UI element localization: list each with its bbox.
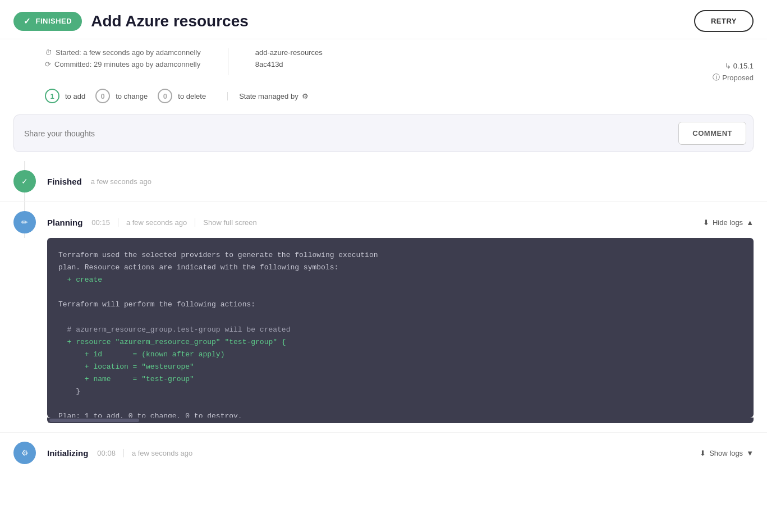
initializing-ago: a few seconds ago (132, 449, 192, 457)
comment-button[interactable]: COMMENT (678, 122, 746, 145)
header-left: ✓ FINISHED Add Azure resources (13, 12, 249, 31)
pencil-icon: ✏ (21, 218, 28, 227)
initializing-icon-wrap: ⚙ (13, 442, 36, 464)
retry-button[interactable]: RETRY (694, 10, 754, 32)
version-value: 0.15.1 (733, 62, 754, 70)
log-panel[interactable]: Terraform used the selected providers to… (47, 238, 754, 418)
show-logs-button[interactable]: ⬇ Show logs ▼ (700, 449, 754, 457)
version-arrow-icon: ↳ (725, 62, 731, 70)
planning-icon-wrap: ✏ (13, 211, 36, 233)
log-line (58, 286, 742, 299)
add-count-badge: 1 (45, 89, 59, 103)
initializing-label: Initializing (47, 448, 88, 458)
comment-section: COMMENT (13, 114, 754, 152)
timeline: ✓ Finished a few seconds ago ✏ Planning … (0, 161, 767, 473)
change-label: to change (116, 92, 148, 100)
hide-logs-button[interactable]: ⬇ Hide logs ▲ (703, 218, 754, 227)
meta-left: ⏱ Started: a few seconds ago by adamconn… (45, 48, 201, 68)
log-line (58, 398, 742, 410)
meta-commit: 8ac413d (255, 60, 323, 68)
log-line: } (58, 386, 742, 398)
resource-counts: 1 to add 0 to change 0 to delete State m… (0, 84, 767, 110)
version-number: ↳ 0.15.1 (725, 62, 754, 70)
add-label: to add (65, 92, 85, 100)
meta-committed: Committed: 29 minutes ago by adamconnell… (54, 60, 200, 68)
planning-step-row: ✏ Planning 00:15 a few seconds ago Show … (0, 202, 767, 238)
delete-count-badge: 0 (158, 89, 172, 103)
state-icon: ⚙ (302, 92, 309, 100)
meta-divider (228, 48, 228, 75)
chevron-up-icon: ▲ (746, 218, 754, 227)
finished-badge-label: FINISHED (36, 17, 72, 25)
log-hscroll[interactable] (47, 418, 754, 423)
clock-icon: ⏱ (45, 48, 52, 57)
planning-ago: a few seconds ago (126, 218, 187, 227)
log-line: + create (58, 274, 742, 286)
log-line: plan. Resource actions are indicated wit… (58, 262, 742, 274)
delete-label: to delete (178, 92, 206, 100)
meta-started-row: ⏱ Started: a few seconds ago by adamconn… (45, 48, 201, 57)
finished-badge: ✓ FINISHED (13, 12, 82, 31)
log-line: + resource "azurerm_resource_group" "tes… (58, 336, 742, 348)
log-line: + id = (known after apply) (58, 348, 742, 361)
proposed-label: Proposed (722, 74, 754, 82)
log-line (58, 311, 742, 323)
log-line: # azurerm_resource_group.test-group will… (58, 324, 742, 336)
meta-started: Started: a few seconds ago by adamconnel… (56, 48, 201, 57)
log-line: Plan: 1 to add, 0 to change, 0 to destro… (58, 410, 742, 418)
finished-check-icon: ✓ (21, 177, 28, 186)
finished-label: Finished (47, 177, 82, 186)
meta-right: add-azure-resources 8ac413d (255, 48, 323, 68)
chevron-down-icon: ▼ (746, 449, 754, 457)
page-title: Add Azure resources (91, 12, 249, 30)
comment-input[interactable] (14, 118, 672, 149)
download-icon-init: ⬇ (700, 449, 706, 457)
change-count-badge: 0 (95, 89, 110, 103)
planning-duration: 00:15 (91, 218, 118, 227)
header: ✓ FINISHED Add Azure resources RETRY (0, 0, 767, 39)
initializing-duration: 00:08 (97, 449, 124, 457)
finished-step-row: ✓ Finished a few seconds ago (0, 161, 767, 202)
finished-icon-wrap: ✓ (13, 170, 36, 192)
meta-section: ⏱ Started: a few seconds ago by adamconn… (0, 39, 767, 84)
commit-clock-icon: ⟳ (45, 60, 51, 68)
log-line: Terraform used the selected providers to… (58, 249, 742, 262)
initializing-step-row: ⚙ Initializing 00:08 a few seconds ago ⬇… (0, 432, 767, 473)
meta-committed-row: ⟳ Committed: 29 minutes ago by adamconne… (45, 60, 201, 68)
state-managed: State managed by ⚙ (227, 92, 309, 100)
finished-ago: a few seconds ago (91, 177, 151, 186)
log-line: + name = "test-group" (58, 373, 742, 386)
info-icon: ⓘ (713, 72, 720, 82)
show-fullscreen-button[interactable]: Show full screen (195, 218, 256, 227)
proposed-badge: ⓘ Proposed (713, 72, 754, 82)
meta-branch: add-azure-resources (255, 48, 323, 57)
gear-icon: ⚙ (21, 448, 29, 457)
hide-logs-label: Hide logs (713, 218, 743, 227)
log-hscroll-bar (49, 419, 139, 422)
version-section: ↳ 0.15.1 ⓘ Proposed (713, 62, 754, 82)
state-managed-label: State managed by (239, 92, 298, 100)
planning-label: Planning (47, 218, 82, 227)
download-icon: ⬇ (703, 218, 709, 227)
log-line: + location = "westeurope" (58, 361, 742, 373)
check-icon: ✓ (24, 16, 31, 26)
log-line: Terraform will perform the following act… (58, 299, 742, 311)
show-logs-label: Show logs (709, 449, 743, 457)
